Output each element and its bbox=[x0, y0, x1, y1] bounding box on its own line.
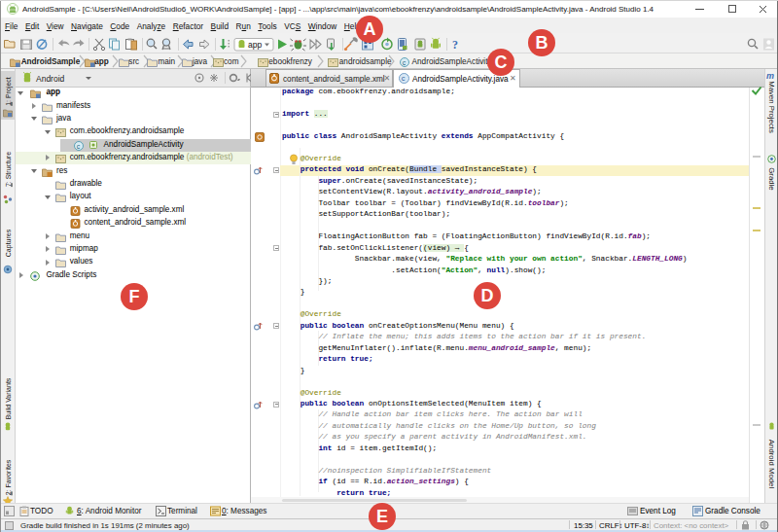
svg-text:app: app bbox=[248, 40, 262, 50]
svg-text:c: c bbox=[403, 58, 407, 65]
svg-text:c: c bbox=[402, 74, 406, 83]
svg-text:c: c bbox=[77, 142, 81, 149]
svg-text:?: ? bbox=[452, 38, 458, 52]
